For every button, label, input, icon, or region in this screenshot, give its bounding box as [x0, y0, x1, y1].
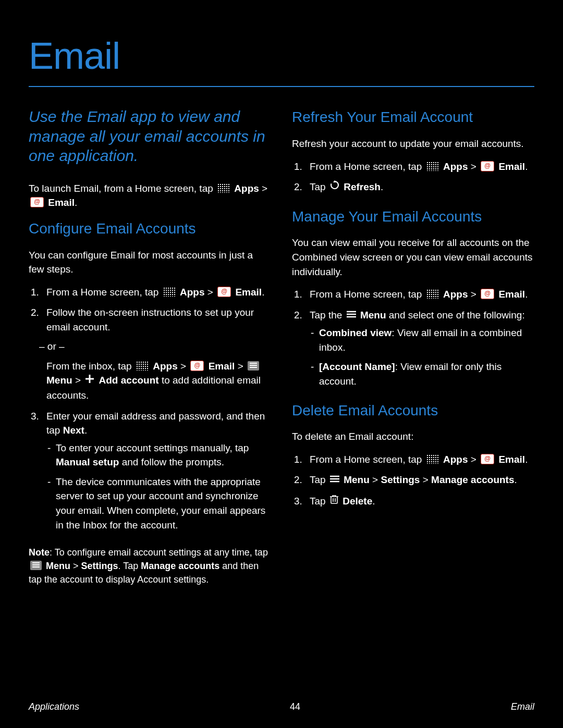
plus-icon: [85, 373, 94, 388]
page-title: Email: [29, 29, 534, 83]
apps-icon: [136, 361, 149, 371]
period6: .: [525, 289, 528, 300]
apps-label: Apps: [234, 183, 259, 194]
account-name-option: [Account Name]: View email for only this…: [310, 360, 534, 388]
combined-view-option: Combined view: View all email in a combi…: [310, 326, 534, 354]
menu-word: Menu: [360, 310, 386, 320]
dl-step3-pre: Tap: [310, 496, 328, 507]
apps-label: Apps: [180, 287, 205, 298]
launch-pre: To launch Email, from a Home screen, tap: [29, 183, 216, 194]
menu-icon: [330, 472, 339, 487]
note-body1: : To configure email account settings at…: [50, 547, 268, 558]
refresh-icon: [330, 179, 339, 194]
sub-a: To enter your account settings manually,…: [46, 441, 271, 470]
email-icon: [481, 289, 494, 299]
footer-page-number: 44: [290, 700, 300, 713]
menu-icon: [347, 307, 356, 322]
apps-label: Apps: [153, 361, 178, 372]
title-rule: [29, 86, 534, 87]
refresh-step-1: 1. From a Home screen, tap Apps > Email.: [292, 159, 534, 174]
delete-step-2: 2. Tap Menu > Settings > Manage accounts…: [292, 473, 534, 488]
or-tap: – or –: [39, 339, 271, 354]
sub-b: The device communicates with the appropr…: [46, 475, 271, 532]
settings-path: Settings: [381, 474, 420, 485]
gt8: >: [468, 289, 479, 300]
manage-heading: Manage Your Email Accounts: [292, 206, 534, 228]
manage-step-2: 2. Tap the Menu and select one of the fo…: [292, 308, 534, 389]
gt10: >: [370, 474, 381, 485]
delete-lead: To delete an Email account:: [292, 429, 534, 444]
period8: .: [515, 474, 517, 485]
gt11: >: [420, 474, 431, 485]
gt5: >: [72, 375, 84, 386]
left-column: Use the Email app to view and manage all…: [29, 107, 271, 595]
email-label: Email: [209, 361, 235, 372]
sub-a-pre: To enter your account settings manually,…: [56, 442, 249, 453]
period2: .: [262, 287, 264, 298]
gt9: >: [468, 454, 479, 465]
configure-step-2: 2. Follow the on-screen instructions to …: [29, 305, 271, 402]
email-icon: [190, 361, 204, 371]
sub-a-tail: and follow the prompts.: [122, 456, 224, 467]
configure-step-3: 3. Enter your email address and password…: [29, 409, 271, 532]
content-columns: Use the Email app to view and manage all…: [29, 107, 534, 595]
manage-options: Combined view: View all email in a combi…: [310, 326, 534, 388]
apps-label: Apps: [443, 454, 468, 465]
gt1: >: [259, 183, 267, 194]
apps-icon: [217, 183, 230, 193]
period9: .: [372, 496, 375, 507]
gt7: >: [468, 161, 479, 172]
configure-steps: 1. From a Home screen, tap Apps > Email.…: [29, 285, 271, 532]
email-icon: [217, 287, 231, 297]
refresh-label: Refresh: [344, 181, 381, 192]
manage-steps: 1. From a Home screen, tap Apps > Email.…: [292, 287, 534, 388]
refresh-heading: Refresh Your Email Account: [292, 107, 534, 128]
email-label: Email: [235, 287, 262, 298]
refresh-lead: Refresh your account to update your emai…: [292, 137, 534, 151]
dl-step1-pre: From a Home screen, tap: [310, 454, 425, 465]
add-account-label: Add account: [99, 375, 159, 386]
dl-step2-pre: Tap: [310, 474, 328, 485]
email-icon: [30, 197, 44, 207]
delete-icon: [330, 493, 338, 508]
apps-label: Apps: [443, 289, 468, 300]
gt3: >: [178, 361, 189, 372]
from-inbox: From the inbox, tap Apps > Email > Menu …: [46, 359, 271, 403]
manage-step-1: 1. From a Home screen, tap Apps > Email.: [292, 287, 534, 302]
period3: .: [84, 425, 87, 436]
email-icon: [481, 161, 494, 171]
delete-label: Delete: [342, 496, 372, 507]
configure-step-1: 1. From a Home screen, tap Apps > Email.: [29, 285, 271, 300]
email-label: Email: [48, 197, 75, 208]
from-inbox-pre: From the inbox, tap: [46, 361, 134, 372]
delete-heading: Delete Email Accounts: [292, 400, 534, 422]
mg-step1-pre: From a Home screen, tap: [310, 289, 425, 300]
delete-step-3: 3. Tap Delete.: [292, 494, 534, 509]
apps-icon: [426, 289, 439, 299]
intro-text: Use the Email app to view and manage all…: [29, 107, 271, 166]
note-manage: Manage accounts: [141, 561, 219, 571]
apps-icon: [426, 162, 439, 171]
note-paragraph: Note: To configure email account setting…: [29, 546, 271, 586]
footer-right: Email: [511, 700, 534, 713]
manual-setup: Manual setup: [56, 456, 119, 467]
period4: .: [525, 161, 528, 172]
page-footer: Applications 44 Email: [29, 700, 534, 713]
delete-step-1: 1. From a Home screen, tap Apps > Email.: [292, 452, 534, 467]
period5: .: [381, 181, 383, 192]
right-column: Refresh Your Email Account Refresh your …: [292, 107, 534, 595]
email-icon: [481, 454, 494, 464]
menu-label: Menu: [46, 375, 72, 386]
mg-step2-pre: Tap the: [310, 310, 345, 320]
gt4: >: [235, 361, 246, 372]
refresh-steps: 1. From a Home screen, tap Apps > Email.…: [292, 159, 534, 195]
menu-icon: [248, 361, 259, 371]
apps-icon: [163, 287, 176, 297]
refresh-step-2: 2. Tap Refresh.: [292, 180, 534, 195]
next-label: Next: [63, 425, 84, 436]
period1: .: [75, 197, 77, 208]
launch-paragraph: To launch Email, from a Home screen, tap…: [29, 181, 271, 210]
account-name-label: [Account Name]: [319, 361, 395, 372]
configure-heading: Configure Email Accounts: [29, 218, 271, 240]
gt2: >: [204, 287, 216, 298]
